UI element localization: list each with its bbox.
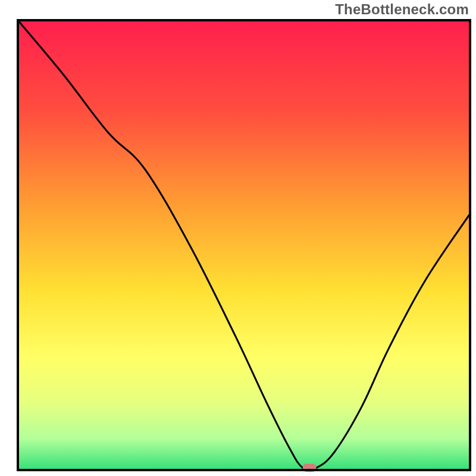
plot-area	[18, 20, 470, 472]
plot-background	[18, 20, 470, 470]
watermark-text: TheBottleneck.com	[335, 1, 469, 18]
bottleneck-chart	[0, 0, 476, 476]
chart-container: TheBottleneck.com	[0, 0, 476, 476]
